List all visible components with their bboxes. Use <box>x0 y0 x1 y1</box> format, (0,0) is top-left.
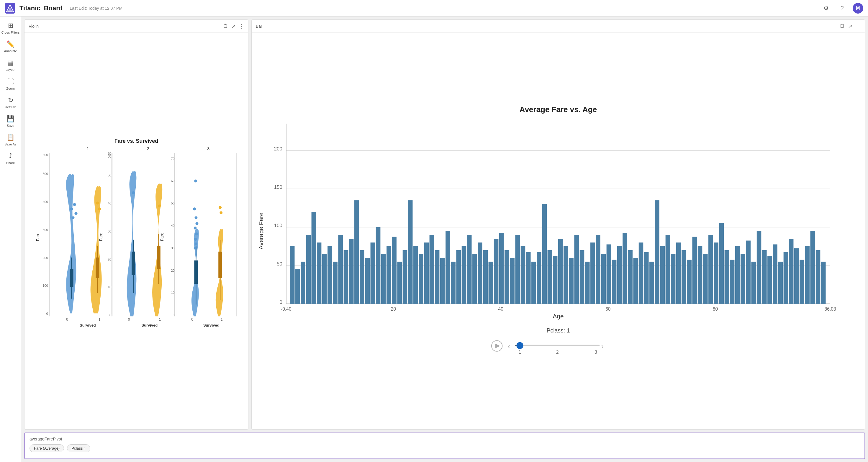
violin-save-icon[interactable]: 🗒 <box>223 23 228 30</box>
svg-text:50: 50 <box>108 174 111 177</box>
svg-text:1: 1 <box>221 317 223 321</box>
svg-rect-198 <box>810 231 815 304</box>
user-avatar[interactable]: M <box>852 3 863 13</box>
svg-text:Age: Age <box>553 313 564 319</box>
layout-icon: ▦ <box>7 59 13 67</box>
sidebar-item-save[interactable]: 💾 Save <box>0 112 21 131</box>
svg-text:50: 50 <box>277 261 282 267</box>
svg-rect-152 <box>563 246 568 304</box>
svg-rect-74 <box>194 260 198 284</box>
svg-point-47 <box>132 191 135 194</box>
svg-rect-181 <box>719 223 724 304</box>
help-icon[interactable]: ? <box>837 3 847 13</box>
violin-header-icons: 🗒 ↗ ⋮ <box>223 23 244 30</box>
bar-more-icon[interactable]: ⋮ <box>855 23 861 30</box>
svg-rect-125 <box>418 254 423 304</box>
settings-icon[interactable]: ⚙ <box>821 3 831 13</box>
sidebar-label-save-as: Save As <box>4 143 16 146</box>
main-layout: ⊞ Cross Filters ✏️ Annotate ▦ Layout ⛶ Z… <box>0 17 868 462</box>
svg-rect-131 <box>451 262 456 304</box>
svg-rect-139 <box>494 239 499 304</box>
svg-rect-171 <box>665 235 670 304</box>
bar-external-link-icon[interactable]: ↗ <box>848 23 852 30</box>
svg-point-27 <box>96 202 99 205</box>
sidebar-item-refresh[interactable]: ↻ Refresh <box>0 94 21 112</box>
sidebar: ⊞ Cross Filters ✏️ Annotate ▦ Layout ⛶ Z… <box>0 17 21 462</box>
svg-text:Average Fare vs. Age: Average Fare vs. Age <box>520 105 597 114</box>
svg-rect-175 <box>687 259 691 304</box>
sidebar-item-cross-filters[interactable]: ⊞ Cross Filters <box>0 19 21 37</box>
svg-text:100: 100 <box>274 223 282 228</box>
svg-rect-178 <box>703 254 708 304</box>
svg-rect-179 <box>708 235 713 304</box>
svg-rect-156 <box>585 262 590 304</box>
svg-rect-160 <box>607 244 611 304</box>
svg-rect-121 <box>397 262 402 304</box>
sidebar-item-save-as[interactable]: 📋 Save As <box>0 131 21 149</box>
svg-text:0: 0 <box>280 300 282 305</box>
save-as-icon: 📋 <box>6 134 14 141</box>
svg-text:1: 1 <box>159 317 161 321</box>
svg-text:0: 0 <box>110 313 111 317</box>
svg-rect-186 <box>746 241 751 304</box>
svg-rect-166 <box>639 243 644 304</box>
svg-rect-115 <box>365 258 370 304</box>
svg-rect-200 <box>821 262 826 304</box>
chip-container: Fare (Average) Pclass ↑ <box>30 444 860 452</box>
fare-average-chip[interactable]: Fare (Average) <box>30 444 64 452</box>
svg-rect-191 <box>773 244 777 304</box>
sidebar-label-save: Save <box>7 124 14 128</box>
svg-rect-153 <box>569 258 574 304</box>
svg-text:30: 30 <box>171 246 174 250</box>
sidebar-label-share: Share <box>6 161 15 165</box>
svg-rect-173 <box>676 243 681 304</box>
sidebar-label-zoom: Zoom <box>6 87 14 91</box>
app-logo <box>5 3 16 13</box>
svg-rect-174 <box>682 250 686 304</box>
svg-rect-129 <box>440 258 445 304</box>
bar-header-icons: 🗒 ↗ ⋮ <box>840 23 861 30</box>
bar-svg: Average Fare vs. Age Average Fare 0 50 1… <box>252 33 865 429</box>
violin-more-icon[interactable]: ⋮ <box>239 23 244 30</box>
svg-text:2: 2 <box>147 146 149 151</box>
svg-text:400: 400 <box>42 200 48 204</box>
content-area: Violin 🗒 ↗ ⋮ Fare vs. Survived 1 2 <box>21 17 868 462</box>
svg-point-68 <box>194 238 197 241</box>
svg-text:500: 500 <box>42 172 48 176</box>
svg-text:Pclass: 1: Pclass: 1 <box>547 327 570 334</box>
svg-text:0: 0 <box>128 317 130 321</box>
svg-rect-194 <box>789 239 794 304</box>
svg-text:60: 60 <box>606 307 611 312</box>
violin-svg: Fare vs. Survived 1 2 3 0 100 200 300 40… <box>25 33 248 429</box>
svg-rect-146 <box>531 262 536 304</box>
app-header: Titanic_Board Last Edit: Today at 12:07 … <box>0 0 868 17</box>
svg-rect-135 <box>472 254 477 304</box>
svg-rect-111 <box>344 250 348 304</box>
sidebar-item-layout[interactable]: ▦ Layout <box>0 56 21 74</box>
svg-point-66 <box>193 226 196 229</box>
violin-external-link-icon[interactable]: ↗ <box>231 23 236 30</box>
svg-text:Fare vs. Survived: Fare vs. Survived <box>115 138 158 144</box>
svg-text:1: 1 <box>87 146 89 151</box>
svg-marker-203 <box>495 344 500 348</box>
share-icon: ⤴ <box>9 152 12 160</box>
svg-point-26 <box>72 216 75 219</box>
svg-rect-185 <box>741 254 745 304</box>
svg-rect-130 <box>445 231 450 304</box>
pclass-chip[interactable]: Pclass ↑ <box>67 444 90 452</box>
svg-text:Survived: Survived <box>142 323 158 328</box>
violin-chart-panel: Violin 🗒 ↗ ⋮ Fare vs. Survived 1 2 <box>24 20 248 430</box>
svg-rect-151 <box>558 239 563 304</box>
svg-rect-132 <box>457 250 461 304</box>
sidebar-item-share[interactable]: ⤴ Share <box>0 149 21 168</box>
svg-rect-155 <box>580 250 585 304</box>
sidebar-item-annotate[interactable]: ✏️ Annotate <box>0 37 21 56</box>
bar-save-icon[interactable]: 🗒 <box>840 23 845 30</box>
svg-rect-180 <box>714 243 718 304</box>
svg-rect-197 <box>805 246 810 304</box>
svg-rect-76 <box>218 252 222 278</box>
svg-rect-46 <box>157 246 160 269</box>
svg-rect-170 <box>660 246 665 304</box>
svg-rect-172 <box>671 254 676 304</box>
sidebar-item-zoom[interactable]: ⛶ Zoom <box>0 75 21 94</box>
